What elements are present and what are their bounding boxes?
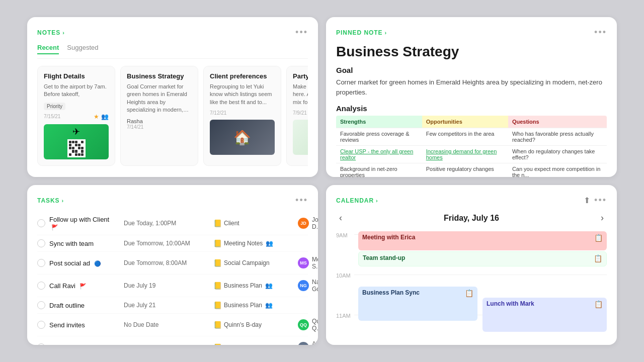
notes-panel: NOTES › ••• Recent Suggested Flight Deta… — [27, 17, 318, 177]
notes-title-text: NOTES — [37, 29, 60, 36]
task-checkbox-3[interactable] — [37, 282, 45, 290]
swot-link-s2[interactable]: Clear USP - the only all green realtor — [340, 148, 413, 160]
tab-recent[interactable]: Recent — [37, 44, 59, 54]
time-label-11am: 11AM — [336, 312, 354, 319]
star-icon: ★ — [94, 113, 99, 120]
people-badge-3: 👥 — [265, 282, 273, 289]
notes-cards: Flight Details Get to the airport by 7am… — [37, 66, 308, 166]
note-date-client: 7/12/21 — [210, 110, 275, 116]
swot-cell-o1: Few competitors in the area — [422, 128, 508, 146]
task-row-2: Post social ad 🔵 Due Tomorrow, 8:00AM 📒 … — [37, 252, 308, 275]
time-label-9am: 9AM — [336, 231, 354, 238]
note-text-client: Regrouping to let Yuki know which listin… — [210, 83, 275, 106]
task-checkbox-5[interactable] — [37, 321, 45, 329]
note-card-client[interactable]: Client preferences Regrouping to let Yuk… — [203, 66, 281, 166]
calendar-next-btn[interactable]: › — [598, 212, 607, 224]
calendar-menu[interactable]: ••• — [594, 195, 607, 206]
note-meta-strategy: Rasha — [127, 118, 192, 124]
task-assignee-6: AB Alan Bartlett — [298, 340, 318, 345]
task-notebook-1: 📒 Meeting Notes 👥 — [213, 239, 294, 247]
task-notebook-0: 📒 Client — [213, 219, 294, 227]
calendar-title[interactable]: CALENDAR › — [336, 197, 378, 204]
note-date-party: 7/9/21 — [293, 110, 308, 116]
notes-header: NOTES › ••• — [37, 27, 308, 38]
task-name-3: Call Ravi 🚩 — [49, 282, 120, 290]
note-card-strategy[interactable]: Business Strategy Goal Corner market for… — [120, 66, 198, 166]
task-due-0: Due Today, 1:00PM — [124, 220, 209, 227]
task-assignee-2: MS Melissa S. — [298, 256, 318, 270]
notes-tabs: Recent Suggested — [37, 44, 308, 59]
pinned-goal-text: Corner market for green homes in Emerald… — [336, 77, 607, 97]
calendar-add-btn[interactable]: ⬆ — [584, 196, 590, 205]
task-checkbox-1[interactable] — [37, 239, 45, 247]
task-checkbox-0[interactable] — [37, 219, 45, 227]
task-assignee-5: QQ Quinn Q. — [298, 318, 318, 332]
event-lunch[interactable]: Lunch with Mark 📋 — [482, 298, 607, 332]
notebook-icon-5: 📒 — [213, 321, 222, 329]
tasks-title[interactable]: TASKS › — [37, 197, 64, 204]
swot-cell-s2: Clear USP - the only all green realtor — [336, 146, 422, 163]
pinned-section-label: PINNED NOTE — [336, 29, 383, 36]
swot-table: Strengths Opportunities Questions Favora… — [336, 116, 607, 177]
pinned-title-label[interactable]: PINNED NOTE › — [336, 29, 387, 36]
notebook-icon-2: 📒 — [213, 259, 222, 267]
calendar-body: 9AM 10AM 11AM 12PM Meeting with Erica 📋 — [336, 231, 607, 345]
notebook-icon-0: 📒 — [213, 219, 222, 227]
tasks-menu[interactable]: ••• — [295, 195, 308, 206]
event-meeting-erica[interactable]: Meeting with Erica 📋 — [358, 231, 607, 250]
task-checkbox-2[interactable] — [37, 259, 45, 267]
tasks-list: Follow up with Client 🚩 Due Today, 1:00P… — [37, 212, 308, 345]
task-notebook-3: 📒 Business Plan 👥 — [213, 282, 294, 290]
notebook-icon-1: 📒 — [213, 239, 222, 247]
task-due-4: Due July 21 — [124, 302, 209, 309]
tasks-panel: TASKS › ••• Follow up with Client 🚩 Due … — [27, 185, 318, 345]
task-checkbox-4[interactable] — [37, 301, 45, 309]
swot-link-o2[interactable]: Increasing demand for green homes — [426, 148, 497, 160]
note-image-flight: ✈ — [44, 124, 109, 159]
task-name-4: Draft outline — [49, 302, 120, 309]
pinned-panel: PINNED NOTE › ••• Business Strategy Goal… — [326, 17, 617, 177]
task-due-3: Due July 19 — [124, 282, 209, 289]
pinned-note-title: Business Strategy — [336, 44, 607, 60]
avatar-2: MS — [298, 257, 309, 268]
note-title-strategy: Business Strategy — [127, 72, 192, 80]
event-bizplan[interactable]: Business Plan Sync 📋 — [358, 287, 477, 321]
note-title-flight: Flight Details — [44, 72, 109, 80]
task-checkbox-6[interactable] — [37, 343, 45, 345]
note-title-party: Party Preparations — [293, 72, 308, 80]
pinned-arrow: › — [385, 30, 387, 36]
event-standup[interactable]: Team stand-up 📋 — [358, 251, 607, 266]
notebook-icon-4: 📒 — [213, 301, 222, 309]
pinned-goal-label: Goal — [336, 66, 607, 74]
swot-row-2: Clear USP - the only all green realtor I… — [336, 146, 607, 163]
task-row-3: Call Ravi 🚩 Due July 19 📒 Business Plan … — [37, 275, 308, 297]
note-date-flight: 7/15/21 — [44, 114, 60, 119]
note-card-party[interactable]: Party Preparations Make park reservation… — [286, 66, 308, 166]
people-icon-flight: 👥 — [101, 113, 109, 120]
tab-suggested[interactable]: Suggested — [67, 44, 98, 54]
pinned-header: PINNED NOTE › ••• — [336, 27, 607, 38]
note-icons-flight: ★ 👥 — [94, 113, 109, 120]
avatar-0: JD — [298, 218, 309, 229]
swot-cell-s1: Favorable press coverage & reviews — [336, 128, 422, 146]
task-name-2: Post social ad 🔵 — [49, 259, 120, 267]
pinned-menu[interactable]: ••• — [594, 27, 607, 38]
swot-row-1: Favorable press coverage & reviews Few c… — [336, 128, 607, 146]
event-standup-name: Team stand-up — [363, 254, 405, 261]
swot-cell-q1: Who has favorable press actually reached… — [508, 128, 607, 146]
calendar-nav: ‹ Friday, July 16 › — [336, 212, 607, 224]
time-label-10am: 10AM — [336, 272, 354, 279]
note-card-flight[interactable]: Flight Details Get to the airport by 7am… — [37, 66, 115, 166]
notes-title-arrow: › — [62, 30, 65, 36]
notebook-icon-3: 📒 — [213, 282, 222, 290]
notes-title[interactable]: NOTES › — [37, 29, 65, 36]
calendar-title-text: CALENDAR — [336, 197, 374, 204]
task-due-2: Due Tomorrow, 8:00AM — [124, 259, 209, 266]
event-bizplan-name: Business Plan Sync — [362, 289, 420, 296]
note-text-party: Make park reservations here. And get thi… — [293, 83, 308, 106]
swot-cell-o2: Increasing demand for green homes — [422, 146, 508, 163]
calendar-arrow: › — [376, 198, 378, 204]
calendar-prev-btn[interactable]: ‹ — [336, 212, 345, 224]
note-meta-flight: 7/15/21 ★ 👥 — [44, 113, 109, 120]
notes-menu[interactable]: ••• — [295, 27, 308, 38]
